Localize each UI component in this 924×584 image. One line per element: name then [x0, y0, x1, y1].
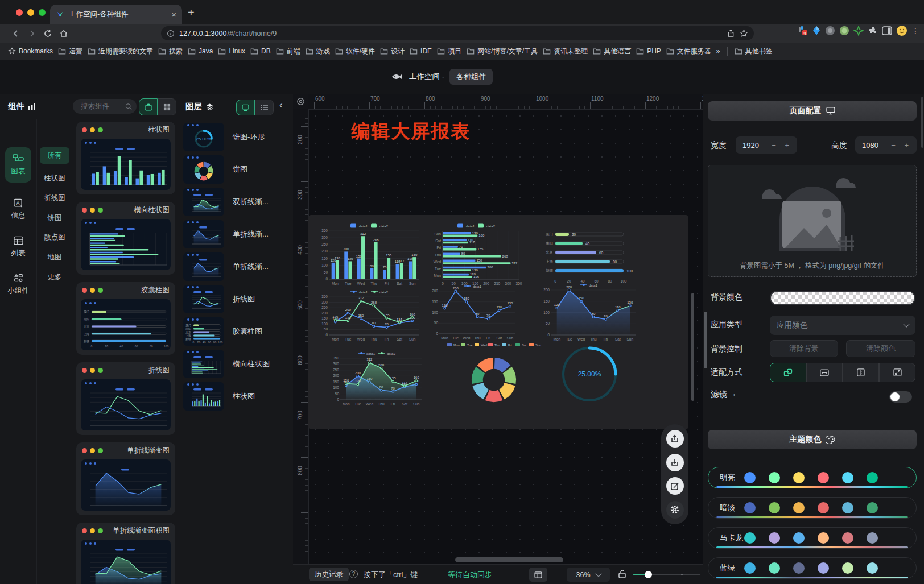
theme-color-dot[interactable] — [867, 502, 878, 513]
search-input[interactable] — [80, 102, 123, 111]
puzzle-extensions-icon[interactable] — [868, 26, 878, 36]
category-item-3[interactable]: 饼图 — [36, 213, 73, 223]
theme-color-dot[interactable] — [793, 532, 805, 544]
bookmark-item[interactable]: DB — [250, 47, 271, 55]
zoom-select[interactable]: 36% — [567, 568, 610, 582]
theme-color-dot[interactable] — [818, 562, 829, 574]
single-line-chart-widget[interactable]: data1050100150200MonTueWedThuFriSatSun12… — [427, 282, 520, 341]
bookmark-item[interactable]: Linux — [218, 47, 245, 55]
bookmark-item[interactable]: 网站/博客/文章/工具 — [467, 47, 538, 56]
bookmark-item[interactable]: 文件服务器 — [666, 47, 711, 56]
back-icon[interactable] — [8, 29, 24, 38]
app-type-select[interactable]: 应用颜色 — [770, 316, 915, 335]
expand-filter-icon[interactable]: › — [733, 390, 735, 399]
bookmark-item[interactable]: 其他书签 — [735, 47, 773, 56]
bookmark-item[interactable]: 游戏 — [306, 47, 330, 56]
sidebar-toggle-icon[interactable] — [882, 26, 892, 35]
export-button[interactable] — [666, 430, 684, 448]
theme-color-dot[interactable] — [769, 472, 780, 483]
theme-color-dot[interactable] — [818, 472, 829, 483]
component-card[interactable]: 横向柱状图 — [76, 202, 175, 275]
star-extension-icon[interactable] — [853, 26, 864, 36]
gradient-line-chart-widget[interactable]: data1050100150200MonTueWedThuFriSatSun12… — [538, 281, 641, 342]
bookmark-item[interactable]: Bookmarks — [8, 47, 53, 55]
panel-scrollbar-top[interactable] — [921, 97, 923, 148]
canvas-title-text[interactable]: 编辑大屏报表 — [351, 119, 471, 144]
theme-color-dot[interactable] — [842, 472, 853, 483]
horizontal-scrollbar[interactable] — [455, 557, 563, 562]
category-item-6[interactable]: 更多 — [36, 272, 73, 282]
theme-color-dot[interactable] — [793, 562, 805, 574]
component-mode-button[interactable] — [139, 98, 158, 115]
site-info-icon[interactable] — [167, 30, 175, 38]
clear-background-button[interactable]: 清除背景 — [770, 340, 838, 357]
kite-extension-icon[interactable] — [812, 26, 821, 36]
height-input[interactable]: 1080− + — [855, 136, 917, 154]
width-input[interactable]: 1920− + — [736, 136, 797, 154]
pie-chart-widget[interactable]: MonTueWedThuFriSatSun — [443, 340, 545, 407]
component-card[interactable]: 柱状图 — [76, 122, 175, 194]
tab-close-icon[interactable]: × — [171, 10, 176, 19]
layer-item[interactable]: 厦门南阳北京上海新疆020406080100胶囊柱图 — [183, 315, 289, 347]
bookmark-item[interactable]: 前端 — [276, 47, 300, 56]
bookmark-item[interactable]: PHP — [636, 47, 661, 55]
component-card[interactable]: 折线图 — [76, 362, 175, 435]
line-chart-widget[interactable]: data1data2050100150200250300350MonTueWed… — [316, 288, 423, 342]
nav-item-widgets[interactable]: 小组件 — [5, 267, 31, 302]
zoom-slider[interactable] — [633, 574, 700, 575]
horizontal-bar-chart-widget[interactable]: data1data2050100150200250300350Mon120136… — [430, 222, 523, 287]
close-window-button[interactable] — [16, 9, 23, 16]
layer-item[interactable]: 折线图 — [183, 283, 289, 315]
theme-color-dot[interactable] — [842, 562, 853, 574]
layer-item[interactable]: 双折线渐... — [183, 185, 289, 218]
bookmark-item[interactable]: 近期需要读的文章 — [88, 47, 153, 56]
workspace-name-pill[interactable]: 各种组件 — [449, 69, 493, 85]
component-search[interactable] — [73, 99, 137, 114]
extension-icon[interactable]: g — [798, 26, 808, 36]
component-card[interactable]: 胶囊柱图厦门南阳北京上海新疆020406080100 — [76, 282, 175, 355]
theme-color-dot[interactable] — [744, 562, 756, 574]
new-tab-button[interactable]: + — [188, 7, 195, 18]
theme-color-dot[interactable] — [744, 502, 756, 513]
theme-color-dot[interactable] — [867, 562, 878, 574]
help-icon[interactable]: ? — [349, 570, 358, 578]
history-button[interactable]: 历史记录 — [309, 568, 349, 581]
theme-row-蓝绿[interactable]: 蓝绿 — [708, 557, 917, 579]
layer-thumbnail-view-button[interactable] — [236, 100, 255, 115]
theme-color-dot[interactable] — [842, 532, 853, 544]
url-bar[interactable]: 127.0.0.1:3000 /#/chart/home/9 — [161, 26, 754, 40]
theme-color-dot[interactable] — [867, 472, 878, 483]
component-card[interactable]: 单折线渐变图 — [76, 442, 175, 515]
zoom-slider-knob[interactable] — [645, 571, 652, 578]
theme-color-header[interactable]: 主题颜色 — [708, 430, 917, 449]
theme-color-dot[interactable] — [744, 472, 756, 483]
bookmark-item[interactable]: 运营 — [58, 47, 82, 56]
fit-full-button[interactable] — [879, 363, 915, 382]
grid-mode-button[interactable] — [158, 98, 176, 115]
layer-item[interactable]: 25.00%饼图-环形 — [183, 121, 289, 153]
editor-canvas[interactable]: 6007008009001000110012001300 20030040050… — [293, 94, 703, 564]
home-icon[interactable] — [56, 29, 72, 38]
category-item-2[interactable]: 折线图 — [36, 193, 73, 203]
ruler-corner[interactable] — [293, 94, 309, 110]
category-item-4[interactable]: 散点图 — [36, 233, 73, 242]
bookmark-item[interactable]: » — [716, 47, 720, 55]
theme-row-暗淡[interactable]: 暗淡 — [708, 497, 917, 519]
theme-color-dot[interactable] — [818, 532, 829, 544]
bookmark-item[interactable]: 搜索 — [158, 47, 183, 56]
theme-color-dot[interactable] — [867, 532, 878, 544]
vertical-scrollbar[interactable] — [691, 293, 694, 401]
bookmark-item[interactable]: 软件/硬件 — [335, 47, 375, 56]
profile-avatar[interactable] — [896, 25, 908, 36]
bookmark-item[interactable]: 项目 — [437, 47, 461, 56]
theme-color-dot[interactable] — [818, 502, 829, 513]
ring-progress-widget[interactable]: 25.00% — [558, 341, 621, 405]
bookmark-item[interactable]: 资讯未整理 — [543, 47, 588, 56]
theme-color-dot[interactable] — [769, 562, 780, 574]
fit-scale-button[interactable] — [770, 363, 806, 382]
theme-color-dot[interactable] — [842, 502, 853, 513]
gray-extension-icon[interactable] — [825, 26, 835, 36]
layout-panel-button[interactable] — [529, 568, 547, 582]
theme-color-dot[interactable] — [769, 532, 780, 544]
clear-color-button[interactable]: 清除颜色 — [846, 340, 915, 357]
